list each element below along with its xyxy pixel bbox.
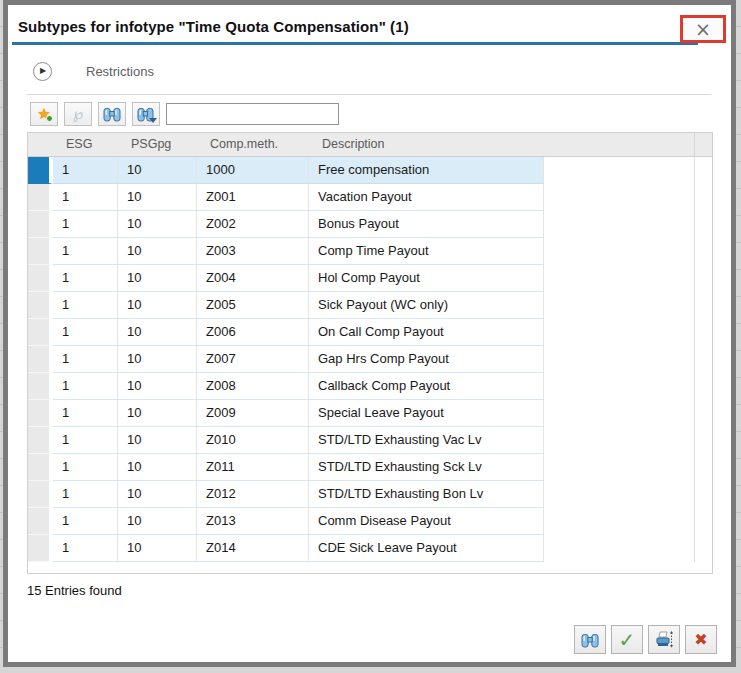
cell-last — [694, 427, 712, 454]
cell-esg: 1 — [53, 454, 118, 481]
table-row[interactable]: 110Z004Hol Comp Payout — [28, 265, 712, 292]
row-select-cell[interactable] — [28, 238, 53, 265]
cell-last — [694, 454, 712, 481]
green-dot-icon — [46, 115, 53, 122]
cell-comp: Z011 — [197, 454, 309, 481]
cell-desc: STD/LTD Exhausting Sck Lv — [309, 454, 544, 481]
cell-desc: Callback Comp Payout — [309, 373, 544, 400]
cell-psgpg: 10 — [118, 373, 197, 400]
table-row[interactable]: 110Z005Sick Payout (WC only) — [28, 292, 712, 319]
close-icon[interactable]: × — [683, 18, 723, 40]
table-row[interactable]: 110Z003Comp Time Payout — [28, 238, 712, 265]
row-select-cell[interactable] — [28, 454, 53, 481]
cell-comp: Z012 — [197, 481, 309, 508]
find-next-button[interactable] — [132, 102, 160, 126]
row-select-cell[interactable] — [28, 427, 53, 454]
table-row[interactable]: 110Z010STD/LTD Exhausting Vac Lv — [28, 427, 712, 454]
cell-psgpg: 10 — [118, 319, 197, 346]
table-row[interactable]: 110Z007Gap Hrs Comp Payout — [28, 346, 712, 373]
cell-desc: Gap Hrs Comp Payout — [309, 346, 544, 373]
find-button[interactable] — [98, 102, 126, 126]
red-x-icon: ✖ — [694, 632, 707, 648]
table-row[interactable]: 110Z009Special Leave Payout — [28, 400, 712, 427]
header-description[interactable]: Description — [313, 133, 548, 156]
cell-desc: Free compensation — [309, 157, 544, 184]
row-select-cell[interactable] — [28, 535, 53, 562]
cell-comp: Z002 — [197, 211, 309, 238]
header-filler — [548, 133, 694, 156]
cell-psgpg: 10 — [118, 481, 197, 508]
row-select-cell[interactable] — [28, 508, 53, 535]
cell-filler — [544, 346, 694, 373]
cell-comp: Z005 — [197, 292, 309, 319]
dialog-header: Subtypes for infotype "Time Quota Compen… — [8, 5, 731, 42]
cell-filler — [544, 211, 694, 238]
cell-esg: 1 — [53, 535, 118, 562]
cell-esg: 1 — [53, 157, 118, 184]
row-select-cell[interactable] — [28, 319, 53, 346]
table-row[interactable]: 1101000Free compensation — [28, 157, 712, 184]
header-comp-meth[interactable]: Comp.meth. — [201, 133, 313, 156]
binoculars-icon — [103, 106, 121, 122]
row-select-cell[interactable] — [28, 292, 53, 319]
row-select-cell[interactable] — [28, 481, 53, 508]
binoculars-icon — [581, 632, 599, 648]
cell-esg: 1 — [53, 319, 118, 346]
table-row[interactable]: 110Z011STD/LTD Exhausting Sck Lv — [28, 454, 712, 481]
table-row[interactable]: 110Z006On Call Comp Payout — [28, 319, 712, 346]
cell-esg: 1 — [53, 184, 118, 211]
cell-psgpg: 10 — [118, 238, 197, 265]
cell-last — [694, 184, 712, 211]
cell-last — [694, 238, 712, 265]
filter-dropdown[interactable] — [166, 103, 339, 125]
cell-esg: 1 — [53, 211, 118, 238]
table-row[interactable]: 110Z014CDE Sick Leave Payout — [28, 535, 712, 562]
cell-comp: 1000 — [197, 157, 309, 184]
cell-desc: CDE Sick Leave Payout — [309, 535, 544, 562]
row-select-cell[interactable] — [28, 157, 53, 184]
cell-last — [694, 400, 712, 427]
cell-desc: Comp Time Payout — [309, 238, 544, 265]
section-divider — [27, 94, 711, 95]
row-select-cell[interactable] — [28, 400, 53, 427]
table-row[interactable]: 110Z002Bonus Payout — [28, 211, 712, 238]
print-button[interactable] — [648, 625, 680, 654]
insert-personal-value-list-button[interactable]: ★ — [30, 102, 58, 126]
footer-find-button[interactable] — [574, 625, 606, 654]
title-underline — [12, 42, 698, 45]
cell-esg: 1 — [53, 481, 118, 508]
cell-comp: Z006 — [197, 319, 309, 346]
cell-psgpg: 10 — [118, 211, 197, 238]
cell-filler — [544, 535, 694, 562]
table-header-row: ESG PSGpg Comp.meth. Description — [28, 133, 712, 157]
header-esg[interactable]: ESG — [57, 133, 122, 156]
row-select-cell[interactable] — [28, 346, 53, 373]
cell-last — [694, 211, 712, 238]
expand-arrow-icon: ▶ — [40, 67, 46, 75]
table-row[interactable]: 110Z008Callback Comp Payout — [28, 373, 712, 400]
cell-psgpg: 10 — [118, 292, 197, 319]
cell-filler — [544, 481, 694, 508]
expand-restrictions-button[interactable]: ▶ — [33, 62, 52, 81]
cell-filler — [544, 292, 694, 319]
row-select-cell[interactable] — [28, 184, 53, 211]
cancel-button[interactable]: ✖ — [685, 625, 717, 654]
row-select-cell[interactable] — [28, 211, 53, 238]
table-row[interactable]: 110Z001Vacation Payout — [28, 184, 712, 211]
cell-filler — [544, 265, 694, 292]
cell-desc: Hol Comp Payout — [309, 265, 544, 292]
dialog-footer-buttons: ✓ ✖ — [569, 625, 717, 654]
cell-comp: Z007 — [197, 346, 309, 373]
cell-psgpg: 10 — [118, 265, 197, 292]
header-psgpg[interactable]: PSGpg — [122, 133, 201, 156]
row-select-cell[interactable] — [28, 373, 53, 400]
continue-button[interactable]: ✓ — [611, 625, 643, 654]
table-row[interactable]: 110Z013Comm Disease Payout — [28, 508, 712, 535]
cell-filler — [544, 184, 694, 211]
table-row[interactable]: 110Z012STD/LTD Exhausting Bon Lv — [28, 481, 712, 508]
cell-psgpg: 10 — [118, 535, 197, 562]
table-toolbar: ★ ℘ — [30, 102, 731, 126]
cell-filler — [544, 454, 694, 481]
row-select-cell[interactable] — [28, 265, 53, 292]
cell-esg: 1 — [53, 400, 118, 427]
